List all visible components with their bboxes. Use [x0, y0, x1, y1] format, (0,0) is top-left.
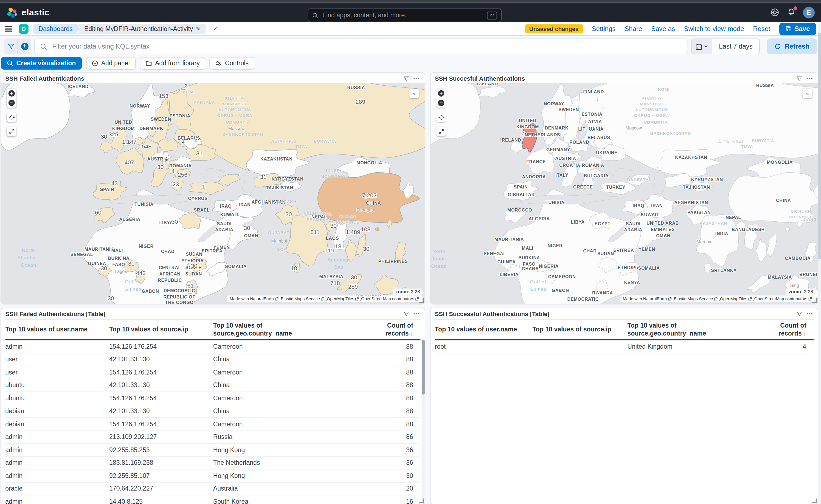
panel-options-icon[interactable]: ⋯: [413, 311, 421, 316]
table-row[interactable]: user42.101.33.130China88: [5, 353, 420, 366]
avatar[interactable]: E: [803, 7, 815, 18]
map-label: FASO: [523, 262, 536, 266]
notifications-button[interactable]: [787, 8, 796, 17]
column-header[interactable]: Count of records↓: [770, 322, 806, 337]
table-scrollbar[interactable]: [422, 340, 425, 501]
attribution-link[interactable]: Elastic Maps Service: [281, 296, 320, 301]
map-locate-button[interactable]: [7, 112, 16, 122]
add-filter-button[interactable]: +: [17, 38, 31, 54]
check-icon[interactable]: ✓: [213, 25, 218, 33]
attribution-link[interactable]: Made with NaturalEarth: [230, 296, 274, 301]
switch-to-view-mode-link[interactable]: Switch to view mode: [684, 25, 744, 32]
table-cell: 42.101.33.130: [109, 382, 213, 389]
create-visualization-button[interactable]: Create visualization: [1, 57, 82, 70]
save-button[interactable]: Save: [779, 22, 816, 35]
table-cell: Cameroon: [213, 343, 372, 350]
panel-title[interactable]: SSH Succesful Authentications: [435, 75, 792, 81]
save-as-link[interactable]: Save as: [651, 25, 675, 32]
map-expand-button[interactable]: [436, 126, 446, 136]
page-scrollbar-thumb[interactable]: [818, 33, 821, 260]
map-attribution[interactable]: Made with NaturalEarth, Elastic Maps Ser…: [227, 295, 423, 302]
table-row[interactable]: admin92.255.85.253Hong Kong36: [5, 444, 420, 457]
panel-resize-handle[interactable]: [419, 298, 424, 303]
panel-options-icon[interactable]: ⋯: [806, 76, 814, 80]
settings-link[interactable]: Settings: [592, 25, 616, 32]
attribution-link[interactable]: Made with NaturalEarth: [623, 296, 667, 301]
breadcrumb-current[interactable]: Editing MyDFIR-Authentication-Activity✎: [77, 24, 206, 34]
column-header[interactable]: Top 10 values of source.geo.country_name: [627, 322, 770, 337]
saved-query-filter-icon[interactable]: [4, 38, 17, 54]
map-zoom-in-button[interactable]: +: [7, 89, 16, 98]
panel-filters-icon[interactable]: [797, 76, 802, 81]
table-row[interactable]: user154.126.176.254Cameroon88: [5, 366, 420, 379]
attribution-link[interactable]: OpenStreetMap contributors: [754, 296, 807, 301]
map-expand-button[interactable]: [7, 126, 16, 136]
attribution-link[interactable]: OpenStreetMap contributors: [361, 296, 414, 301]
add-panel-button[interactable]: Add panel: [86, 57, 136, 70]
kql-filter-input[interactable]: [34, 38, 688, 54]
map-locate-button[interactable]: [436, 112, 446, 122]
table-cell: 88: [372, 382, 413, 389]
menu-icon[interactable]: [5, 26, 12, 32]
kql-input[interactable]: [51, 42, 682, 51]
controls-button[interactable]: Controls: [210, 57, 254, 70]
attribution-link[interactable]: OpenMapTiles: [327, 296, 354, 301]
panel-resize-handle[interactable]: [812, 298, 817, 303]
table-row[interactable]: ubuntu154.126.176.254Cameroon88: [5, 392, 420, 405]
map-zoom-out-button[interactable]: −: [436, 98, 446, 108]
map-canvas[interactable]: ICELANDRUSSIA2892153KOMIKARJALAKHANTY-MA…: [1, 83, 425, 304]
map-attribution[interactable]: Made with NaturalEarth, Elastic Maps Ser…: [620, 295, 816, 302]
map-label: JIANGX: [803, 217, 818, 222]
table-row[interactable]: debian42.101.33.130China88: [5, 405, 420, 418]
legend-toggle-button[interactable]: [409, 89, 419, 98]
table-row[interactable]: rootUnited Kingdom4: [435, 340, 814, 353]
global-search[interactable]: ^/: [308, 9, 502, 22]
page-scrollbar[interactable]: [818, 22, 821, 504]
refresh-button[interactable]: Refresh: [767, 38, 817, 54]
legend-toggle-button[interactable]: [803, 89, 812, 98]
map-canvas[interactable]: ICELANDRUSSIAFINLANDKOMIKHANTY-MANSIYSKA…: [431, 83, 818, 304]
map-zoom-out-button[interactable]: −: [7, 98, 16, 108]
attribution-link[interactable]: Elastic Maps Service: [674, 296, 713, 301]
map-label: AUTONOMOUS: [218, 107, 251, 112]
attribution-link[interactable]: OpenMapTiles: [720, 296, 747, 301]
dashboards-app-badge[interactable]: D: [19, 24, 29, 33]
panel-resize-handle[interactable]: [419, 499, 424, 503]
table-row[interactable]: debian154.126.176.254Cameroon88: [5, 418, 420, 431]
share-link[interactable]: Share: [625, 25, 642, 32]
panel-options-icon[interactable]: ⋯: [806, 311, 814, 316]
panel-options-icon[interactable]: ⋯: [413, 76, 421, 80]
panel-title[interactable]: SSH Successful Authentications [Table]: [435, 311, 792, 317]
panel-filters-icon[interactable]: [797, 311, 802, 316]
table-row[interactable]: admin183.81.169.238The Netherlands36: [5, 457, 420, 469]
panel-filters-icon[interactable]: [404, 76, 409, 81]
table-row[interactable]: admin213.109.202.127Russia86: [5, 431, 420, 444]
column-header[interactable]: Top 10 values of user.name: [435, 325, 532, 333]
time-range-value[interactable]: Last 7 days: [712, 39, 760, 54]
table-row[interactable]: admin14.40.8.125South Korea16: [5, 495, 420, 504]
map-label: KYRGYZSTAN: [691, 177, 723, 182]
table-row[interactable]: admin92.255.85.107Hong Kong30: [5, 469, 420, 482]
map-label: ALTAI KRAI: [271, 139, 296, 143]
column-header[interactable]: Top 10 values of user.name: [5, 325, 109, 333]
column-header[interactable]: Top 10 values of source.ip: [532, 325, 627, 333]
panel-title[interactable]: SSH Failed Authentications: [5, 75, 399, 81]
column-header[interactable]: Count of records↓: [372, 322, 413, 337]
column-header[interactable]: Top 10 values of source.geo.country_name: [213, 322, 372, 337]
calendar-button[interactable]: [691, 39, 712, 54]
elastic-logo[interactable]: elastic: [6, 7, 49, 18]
column-header[interactable]: Top 10 values of source.ip: [109, 325, 213, 333]
help-icon[interactable]: [770, 8, 779, 17]
reset-link[interactable]: Reset: [753, 25, 770, 32]
table-row[interactable]: oracle170.64.220.227Australia20: [5, 482, 420, 495]
map-count-label: 1: [181, 137, 185, 144]
global-search-input[interactable]: [321, 11, 483, 19]
breadcrumb-dashboards[interactable]: Dashboards: [33, 24, 80, 34]
panel-filters-icon[interactable]: [404, 311, 409, 316]
table-row[interactable]: admin154.126.176.254Cameroon88: [5, 340, 420, 353]
table-row[interactable]: ubuntu42.101.33.130China88: [5, 379, 420, 392]
panel-resize-handle[interactable]: [812, 499, 817, 503]
panel-title[interactable]: SSH Failed Authentications [Table]: [5, 311, 399, 317]
map-zoom-in-button[interactable]: +: [436, 89, 446, 98]
add-from-library-button[interactable]: Add from library: [140, 57, 206, 70]
